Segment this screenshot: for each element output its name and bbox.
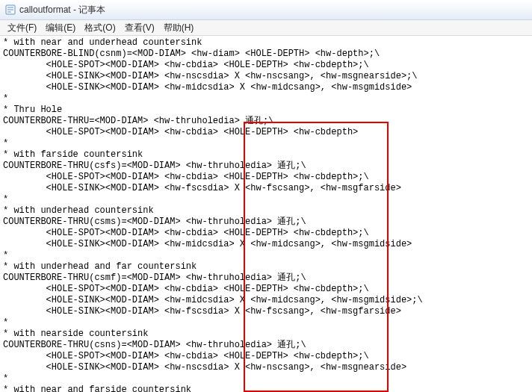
window-title: calloutformat - 记事本 [19, 4, 105, 16]
menu-view[interactable]: 查看(V) [120, 21, 159, 35]
notepad-icon [4, 4, 16, 16]
menu-format[interactable]: 格式(O) [80, 21, 120, 35]
menu-help[interactable]: 帮助(H) [159, 21, 199, 35]
titlebar[interactable]: calloutformat - 记事本 [0, 0, 532, 20]
editor-content[interactable]: * with near and underhead countersink CO… [0, 36, 532, 392]
menubar: 文件(F) 编辑(E) 格式(O) 查看(V) 帮助(H) [0, 20, 532, 36]
editor-area[interactable]: * with near and underhead countersink CO… [0, 36, 532, 392]
menu-edit[interactable]: 编辑(E) [41, 21, 80, 35]
menu-file[interactable]: 文件(F) [3, 21, 41, 35]
